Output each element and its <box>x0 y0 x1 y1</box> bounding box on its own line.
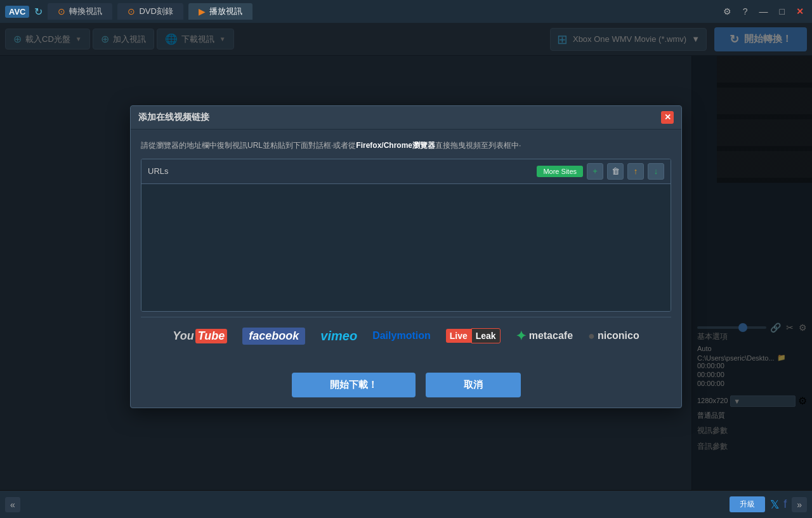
help-icon[interactable]: ? <box>740 5 751 18</box>
titlebar: AVC ↻ ⊙ 轉換視訊 ⊙ DVD刻錄 ▶ 播放視訊 ⚙ ? — □ ✕ <box>0 0 812 23</box>
prev-button[interactable]: « <box>5 497 20 512</box>
modal-footer: 開始下載！ 取消 <box>131 365 681 408</box>
dailymotion-logo[interactable]: Dailymotion <box>372 330 431 342</box>
add-url-modal: 添加在线视频链接 ✕ 請從瀏覽器的地址欄中復制視訊URL並粘貼到下面對話框·或者… <box>130 105 682 408</box>
twitter-button[interactable]: 𝕏 <box>770 498 780 512</box>
modal-close-button[interactable]: ✕ <box>661 111 674 124</box>
urls-section: URLs More Sites + 🗑 ↑ ↓ <box>141 159 671 312</box>
tab-play[interactable]: ▶ 播放視訊 <box>188 3 252 20</box>
maximize-icon[interactable]: □ <box>776 5 788 18</box>
modal-title: 添加在线视频链接 <box>138 112 209 123</box>
modal-description: 請從瀏覽器的地址欄中復制視訊URL並粘貼到下面對話框·或者從Firefox/Ch… <box>141 140 671 151</box>
tab-convert[interactable]: ⊙ 轉換視訊 <box>48 3 112 20</box>
cancel-button[interactable]: 取消 <box>426 373 521 397</box>
settings-icon[interactable]: ⚙ <box>720 5 735 18</box>
facebook-button[interactable]: f <box>783 498 787 511</box>
play-tab-icon: ▶ <box>199 6 206 17</box>
niconico-icon: ● <box>588 329 595 343</box>
metacafe-icon: ✦ <box>516 328 527 343</box>
close-icon[interactable]: ✕ <box>793 5 807 18</box>
social-buttons: 𝕏 f <box>770 498 787 512</box>
refresh-icon[interactable]: ↻ <box>34 6 43 18</box>
convert-tab-label: 轉換視訊 <box>69 6 102 17</box>
move-down-button[interactable]: ↓ <box>648 163 664 180</box>
more-sites-button[interactable]: More Sites <box>537 166 583 177</box>
urls-input-area[interactable] <box>141 184 671 311</box>
upgrade-button[interactable]: 升級 <box>730 496 765 512</box>
bottom-bar: « 升級 𝕏 f » <box>0 490 812 518</box>
urls-header: URLs More Sites + 🗑 ↑ ↓ <box>141 159 671 184</box>
start-download-button[interactable]: 開始下載！ <box>292 373 416 397</box>
app-logo: AVC <box>5 6 29 18</box>
modal-header: 添加在线视频链接 ✕ <box>131 106 681 130</box>
vimeo-logo[interactable]: vimeo <box>320 329 357 343</box>
convert-tab-icon: ⊙ <box>58 6 65 17</box>
add-url-button[interactable]: + <box>587 163 603 180</box>
modal-body: 請從瀏覽器的地址欄中復制視訊URL並粘貼到下面對話框·或者從Firefox/Ch… <box>131 130 681 365</box>
urls-label: URLs <box>148 166 169 176</box>
window-controls: ⚙ ? — □ ✕ <box>720 5 807 18</box>
facebook-logo[interactable]: facebook <box>242 328 305 345</box>
tab-dvd[interactable]: ⊙ DVD刻錄 <box>117 3 183 20</box>
urls-actions: More Sites + 🗑 ↑ ↓ <box>537 163 664 180</box>
niconico-logo[interactable]: ● niconico <box>588 329 639 343</box>
youtube-logo[interactable]: YouTube <box>173 329 227 343</box>
move-up-button[interactable]: ↑ <box>627 163 644 180</box>
play-tab-label: 播放視訊 <box>209 6 242 17</box>
delete-url-button[interactable]: 🗑 <box>607 163 624 180</box>
metacafe-logo[interactable]: ✦ metacafe <box>516 328 573 343</box>
dvd-tab-label: DVD刻錄 <box>139 6 173 17</box>
minimize-icon[interactable]: — <box>756 5 771 18</box>
dvd-tab-icon: ⊙ <box>128 6 135 17</box>
sites-row: YouTube facebook vimeo Dailymotion LiveL… <box>141 317 671 355</box>
next-button[interactable]: » <box>792 497 807 512</box>
modal-overlay: 添加在线视频链接 ✕ 請從瀏覽器的地址欄中復制視訊URL並粘貼到下面對話框·或者… <box>0 23 812 490</box>
liveleak-logo[interactable]: LiveLeak <box>446 328 501 343</box>
